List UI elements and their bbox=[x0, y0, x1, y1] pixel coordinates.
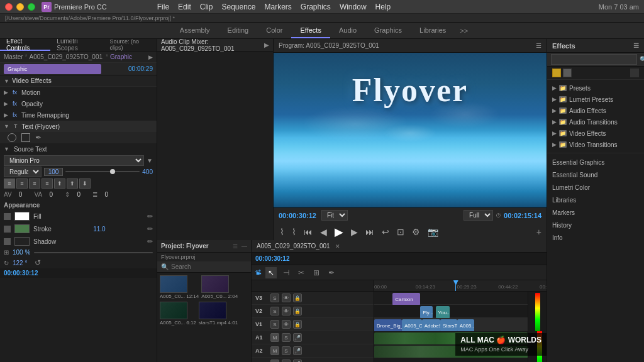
settings-btn[interactable]: ⚙ bbox=[411, 226, 421, 238]
mark-out-btn[interactable]: ⌇ bbox=[291, 226, 297, 238]
project-item-1[interactable]: A005_C0... 12:14 bbox=[160, 275, 199, 299]
clip-cartoon[interactable]: Cartoon bbox=[392, 293, 420, 305]
tab-audio[interactable]: Audio bbox=[330, 23, 365, 38]
stroke-color-swatch[interactable] bbox=[14, 224, 30, 233]
clip-mixer-expand[interactable]: ▶ bbox=[264, 41, 269, 48]
menu-window[interactable]: Window bbox=[340, 3, 367, 11]
stroke-pencil-icon[interactable]: ✏ bbox=[147, 225, 153, 233]
font-select[interactable]: Minion Pro bbox=[4, 155, 144, 166]
font-style-select[interactable]: Regular bbox=[4, 167, 42, 177]
tab-more[interactable]: >> bbox=[455, 27, 473, 35]
clip-you[interactable]: You... bbox=[436, 306, 450, 319]
a3-s-btn[interactable]: S bbox=[282, 359, 291, 362]
tab-effect-controls[interactable]: Effect Controls bbox=[0, 39, 50, 51]
fill-checkbox[interactable] bbox=[4, 213, 11, 220]
expand-icon[interactable]: ▶ bbox=[148, 54, 153, 60]
menu-edit[interactable]: Edit bbox=[178, 3, 191, 11]
play-btn[interactable]: ▶ bbox=[333, 224, 345, 240]
named-info[interactable]: Info bbox=[547, 231, 644, 244]
a1-s-btn[interactable]: S bbox=[282, 333, 291, 342]
shadow-pencil-icon[interactable]: ✏ bbox=[147, 238, 153, 246]
export-frame-btn[interactable]: 📷 bbox=[426, 226, 440, 238]
text-expand[interactable]: ▼ bbox=[4, 123, 9, 129]
scale-slider[interactable] bbox=[34, 252, 153, 253]
v3-sync-btn[interactable]: S bbox=[270, 293, 279, 302]
mark-in-btn[interactable]: ⌇ bbox=[279, 226, 286, 238]
tree-item-video-transitions[interactable]: ▶ 📁 Video Transitions bbox=[547, 139, 644, 150]
project-item-2[interactable]: A005_C0... 2:04 bbox=[201, 275, 238, 299]
a2-mic-btn[interactable]: 🎤 bbox=[293, 346, 302, 355]
align-justify-btn[interactable]: ≡ bbox=[42, 178, 53, 189]
align-top-btn[interactable]: ⬆ bbox=[54, 178, 65, 189]
tree-item-presets[interactable]: ▶ 📁 Presets bbox=[547, 82, 644, 94]
tab-editing[interactable]: Editing bbox=[219, 23, 258, 38]
align-center-btn[interactable]: ≡ bbox=[16, 178, 28, 189]
swatch-2[interactable] bbox=[563, 69, 572, 77]
v1-eye-btn[interactable]: 👁 bbox=[282, 320, 291, 329]
tree-item-audio-transitions[interactable]: ▶ 📁 Audio Transitions bbox=[547, 116, 644, 128]
select-tool-btn[interactable]: ↖ bbox=[265, 267, 277, 278]
fit-select[interactable]: Fit bbox=[321, 210, 348, 221]
timeline-close-btn[interactable]: ✕ bbox=[335, 243, 340, 250]
sourcetext-expand[interactable]: ▼ bbox=[4, 146, 9, 152]
clip-a005[interactable]: A005_C029_... bbox=[402, 319, 422, 332]
clip-adobe[interactable]: AdobeStock_1... bbox=[422, 319, 440, 332]
named-lumetri-color[interactable]: Lumetri Color bbox=[547, 181, 644, 194]
font-size-slider[interactable] bbox=[65, 171, 140, 172]
tab-libraries[interactable]: Libraries bbox=[411, 23, 455, 38]
v1-lock-btn[interactable]: 🔒 bbox=[293, 320, 302, 329]
clip-fly[interactable]: Fly... bbox=[420, 306, 433, 319]
v3-lock-btn[interactable]: 🔒 bbox=[293, 293, 302, 302]
named-libraries[interactable]: Libraries bbox=[547, 194, 644, 206]
v3-eye-btn[interactable]: 👁 bbox=[282, 293, 291, 302]
step-back-btn[interactable]: ◀ bbox=[319, 226, 328, 238]
tab-color[interactable]: Color bbox=[257, 23, 291, 38]
align-right-btn[interactable]: ≡ bbox=[29, 178, 40, 189]
tree-item-video-effects[interactable]: ▶ 📁 Video Effects bbox=[547, 128, 644, 139]
goto-out-btn[interactable]: ⏭ bbox=[364, 226, 375, 238]
tab-source[interactable]: Source: (no clips) bbox=[103, 39, 157, 51]
menu-sequence[interactable]: Sequence bbox=[221, 3, 255, 11]
program-menu-icon[interactable]: ☰ bbox=[536, 42, 541, 49]
named-essential-graphics[interactable]: Essential Graphics bbox=[547, 156, 644, 168]
slip-tool-btn[interactable]: ⊞ bbox=[311, 267, 322, 278]
v2-sync-btn[interactable]: S bbox=[270, 307, 279, 315]
safe-zones-btn[interactable]: ⊡ bbox=[396, 226, 406, 238]
shadow-checkbox[interactable] bbox=[4, 238, 11, 245]
text-flyover-label[interactable]: Text (Flyover) bbox=[21, 123, 60, 130]
tab-lumetri-scopes[interactable]: Lumetri Scopes bbox=[50, 39, 103, 51]
clip-drone[interactable]: Drone_Big_T... bbox=[374, 319, 402, 332]
refresh-icon[interactable]: ↺ bbox=[35, 258, 41, 267]
maximize-button[interactable] bbox=[28, 3, 35, 11]
tree-item-audio-effects[interactable]: ▶ 📁 Audio Effects bbox=[547, 105, 644, 116]
a3-mic-btn[interactable]: 🎤 bbox=[293, 359, 302, 362]
pen-tool-btn[interactable]: ✒ bbox=[326, 267, 337, 278]
close-button[interactable] bbox=[5, 3, 13, 11]
razor-tool-btn[interactable]: ✂ bbox=[296, 267, 307, 278]
a2-s-btn[interactable]: S bbox=[282, 346, 291, 355]
project-min-btn[interactable]: — bbox=[242, 243, 247, 250]
full-select[interactable]: Full bbox=[464, 210, 493, 221]
effects-menu-icon[interactable]: ☰ bbox=[633, 42, 639, 49]
tab-graphics[interactable]: Graphics bbox=[365, 23, 411, 38]
named-history[interactable]: History bbox=[547, 219, 644, 231]
a3-sync-btn[interactable]: M bbox=[270, 359, 279, 362]
menu-help[interactable]: Help bbox=[375, 3, 391, 11]
align-left-btn[interactable]: ≡ bbox=[4, 178, 15, 189]
step-forward-btn[interactable]: ▶ bbox=[350, 226, 359, 238]
project-item-3[interactable]: A005_C0... 6:12 bbox=[160, 302, 196, 326]
opacity-expand[interactable]: ▶ bbox=[4, 101, 8, 107]
align-bottom-btn[interactable]: ⬇ bbox=[79, 178, 91, 189]
a1-sync-btn[interactable]: M bbox=[270, 333, 279, 342]
menu-markers[interactable]: Markers bbox=[265, 3, 292, 11]
v2-lock-btn[interactable]: 🔒 bbox=[293, 307, 302, 315]
project-item-4[interactable]: starsT1.mp4 4:01 bbox=[199, 302, 238, 326]
menu-graphics[interactable]: Graphics bbox=[301, 3, 331, 11]
ripple-tool-btn[interactable]: ⊣ bbox=[280, 267, 292, 278]
project-search-input[interactable] bbox=[171, 263, 251, 270]
timeremap-label[interactable]: Time Remapping bbox=[21, 112, 69, 119]
fill-color-swatch[interactable] bbox=[14, 212, 30, 221]
stroke-checkbox[interactable] bbox=[4, 226, 11, 233]
named-markers[interactable]: Markers bbox=[547, 206, 644, 219]
add-marker-btn[interactable]: + bbox=[536, 227, 541, 237]
